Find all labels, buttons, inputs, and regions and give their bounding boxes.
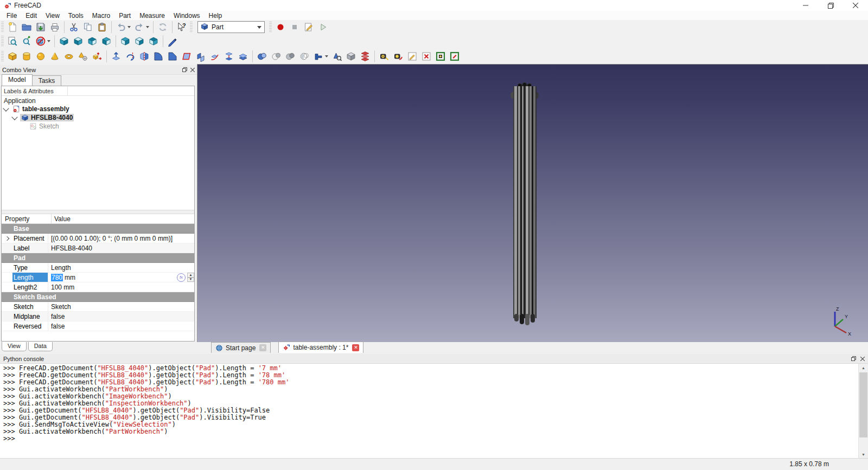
property-row-placement[interactable]: Placement[(0.00 0.00 1.00); 0 °; (0 mm 0… bbox=[2, 234, 194, 243]
thickness-button[interactable] bbox=[236, 50, 250, 63]
toolbar-grip[interactable] bbox=[1, 36, 4, 47]
tree-item-sketch[interactable]: Sketch bbox=[2, 122, 194, 131]
document-tab-start-page[interactable]: Start page✕ bbox=[211, 342, 271, 353]
boolean-union-button[interactable] bbox=[255, 50, 269, 63]
panel-float-icon[interactable] bbox=[182, 67, 187, 72]
property-row-length[interactable]: Length780 mmfx▲▼ bbox=[2, 273, 194, 282]
toolbar-grip[interactable] bbox=[190, 22, 193, 33]
restore-button[interactable] bbox=[818, 0, 843, 11]
property-value[interactable]: Length bbox=[48, 263, 194, 272]
fit-selection-button[interactable] bbox=[20, 35, 34, 48]
cross-sections-button[interactable] bbox=[358, 50, 372, 63]
macro-record-button[interactable] bbox=[273, 21, 288, 34]
minimize-button[interactable] bbox=[793, 0, 818, 11]
new-file-button[interactable] bbox=[5, 21, 20, 34]
dropdown-arrow-icon[interactable] bbox=[325, 55, 328, 57]
undo-button[interactable] bbox=[114, 21, 132, 34]
boolean-operation-button[interactable] bbox=[311, 50, 330, 63]
measure-toggle-3d-button[interactable] bbox=[448, 50, 462, 63]
measure-linear-button[interactable] bbox=[377, 50, 391, 63]
console-scrollbar[interactable]: ▲ ▼ bbox=[858, 364, 868, 459]
primitive-cylinder-button[interactable] bbox=[20, 50, 34, 63]
scroll-thumb[interactable] bbox=[859, 372, 867, 437]
view-top-button[interactable] bbox=[85, 35, 99, 48]
draw-style-button[interactable] bbox=[34, 35, 52, 48]
close-button[interactable] bbox=[843, 0, 868, 11]
fillet-button[interactable] bbox=[151, 50, 165, 63]
menu-macro[interactable]: Macro bbox=[88, 11, 114, 20]
spin-up-icon[interactable]: ▲ bbox=[187, 273, 194, 278]
property-row-type[interactable]: TypeLength bbox=[2, 263, 194, 273]
dropdown-arrow-icon[interactable] bbox=[47, 40, 50, 42]
property-value[interactable]: [(0.00 0.00 1.00); 0 °; (0 mm 0 mm 0 mm)… bbox=[48, 234, 194, 243]
workbench-selector[interactable]: Part bbox=[197, 21, 265, 33]
expand-icon[interactable] bbox=[5, 236, 9, 240]
length-input[interactable]: 780 mm bbox=[51, 273, 177, 281]
expression-editor-icon[interactable]: fx bbox=[177, 273, 186, 282]
view-rear-button[interactable] bbox=[118, 35, 132, 48]
combo-dropdown-arrow-icon[interactable] bbox=[257, 26, 261, 29]
tree-item-hfslb8-4040[interactable]: HFSLB8-4040 bbox=[2, 113, 194, 122]
defeaturing-button[interactable] bbox=[344, 50, 358, 63]
macro-play-button[interactable] bbox=[316, 21, 330, 34]
boolean-cut-button[interactable] bbox=[269, 50, 283, 63]
view-right-button[interactable] bbox=[99, 35, 113, 48]
property-group-base[interactable]: Base bbox=[2, 224, 194, 234]
python-console-output[interactable]: >>> FreeCAD.getDocument("HFSLB8_4040").g… bbox=[0, 364, 859, 459]
shape-builder-button[interactable] bbox=[90, 50, 104, 63]
macro-edit-button[interactable] bbox=[302, 21, 316, 34]
property-value[interactable]: 100 mm bbox=[48, 282, 194, 292]
console-float-icon[interactable] bbox=[851, 356, 856, 362]
menu-file[interactable]: File bbox=[2, 11, 21, 20]
view-front-button[interactable] bbox=[71, 35, 85, 48]
primitive-box-button[interactable] bbox=[5, 50, 20, 63]
property-value[interactable]: false bbox=[48, 321, 194, 331]
chamfer-button[interactable] bbox=[165, 50, 180, 63]
create-primitives-button[interactable] bbox=[76, 50, 90, 63]
chevron-down-icon[interactable] bbox=[11, 114, 17, 120]
property-value[interactable]: false bbox=[48, 312, 194, 321]
sweep-button[interactable] bbox=[208, 50, 222, 63]
open-folder-button[interactable] bbox=[20, 21, 34, 34]
scroll-up-icon[interactable]: ▲ bbox=[859, 364, 868, 372]
primitive-torus-button[interactable] bbox=[62, 50, 76, 63]
mirror-button[interactable] bbox=[137, 50, 151, 63]
menu-view[interactable]: View bbox=[41, 11, 64, 20]
menu-help[interactable]: Help bbox=[205, 11, 227, 20]
document-tab-table-assembly-1[interactable]: table-assembly : 1*✕ bbox=[278, 342, 363, 353]
tab-model[interactable]: Model bbox=[2, 74, 33, 86]
toolbar-grip[interactable] bbox=[269, 22, 272, 33]
3d-viewport[interactable]: Z Y X bbox=[197, 64, 868, 343]
whats-this-button[interactable]: ? bbox=[175, 21, 189, 34]
toolbar-grip[interactable] bbox=[1, 51, 4, 62]
primitive-cone-button[interactable] bbox=[48, 50, 62, 63]
property-row-length2[interactable]: Length2100 mm bbox=[2, 282, 194, 292]
tab-view[interactable]: View bbox=[2, 342, 27, 351]
loft-button[interactable] bbox=[222, 50, 236, 63]
tab-tasks[interactable]: Tasks bbox=[32, 75, 62, 86]
redo-button[interactable] bbox=[132, 21, 151, 34]
dropdown-arrow-icon[interactable] bbox=[146, 26, 149, 28]
property-row-midplane[interactable]: Midplanefalse bbox=[2, 312, 194, 321]
toolbar-grip[interactable] bbox=[1, 22, 4, 33]
cut-button[interactable] bbox=[67, 21, 81, 34]
refresh-button[interactable] bbox=[156, 21, 170, 34]
scroll-down-icon[interactable]: ▼ bbox=[859, 450, 868, 459]
macro-stop-button[interactable] bbox=[288, 21, 302, 34]
property-value[interactable]: Sketch bbox=[48, 302, 194, 311]
save-button[interactable] bbox=[34, 21, 48, 34]
copy-button[interactable] bbox=[81, 21, 95, 34]
property-value[interactable]: HFSLB8-4040 bbox=[48, 243, 194, 253]
panel-close-icon[interactable] bbox=[190, 68, 195, 72]
measure-pen-button[interactable] bbox=[165, 35, 180, 48]
menu-measure[interactable]: Measure bbox=[135, 11, 169, 20]
paste-button[interactable] bbox=[95, 21, 109, 34]
tab-close-icon[interactable]: ✕ bbox=[259, 344, 266, 351]
menu-edit[interactable]: Edit bbox=[21, 11, 41, 20]
revolve-button[interactable] bbox=[123, 50, 137, 63]
fit-all-button[interactable] bbox=[5, 35, 20, 48]
tab-close-icon[interactable]: ✕ bbox=[352, 344, 359, 351]
ruled-surface-button[interactable] bbox=[194, 50, 208, 63]
menu-windows[interactable]: Windows bbox=[169, 11, 205, 20]
measure-angular-button[interactable] bbox=[391, 50, 405, 63]
